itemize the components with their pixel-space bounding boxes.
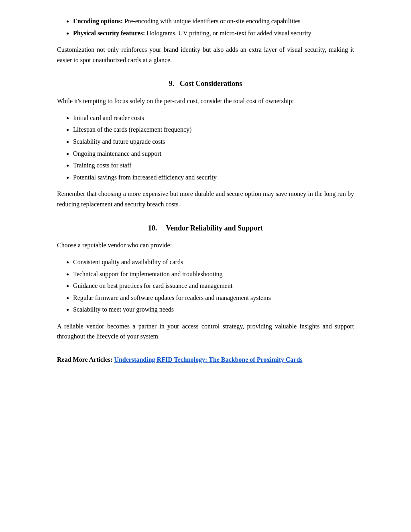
list-item: Potential savings from increased efficie… — [73, 172, 354, 183]
section10-bullet-list: Consistent quality and availability of c… — [73, 257, 354, 315]
encoding-options-value: Pre-encoding with unique identifiers or … — [124, 18, 301, 24]
section9-closing: Remember that choosing a more expensive … — [57, 189, 354, 209]
list-item: Encoding options: Pre-encoding with uniq… — [73, 16, 354, 26]
intro-bullet-list: Encoding options: Pre-encoding with uniq… — [73, 16, 354, 38]
list-item: Initial card and reader costs — [73, 113, 354, 123]
section9-intro: While it's tempting to focus solely on t… — [57, 96, 354, 106]
list-item: Guidance on best practices for card issu… — [73, 281, 354, 291]
section10-intro: Choose a reputable vendor who can provid… — [57, 240, 354, 251]
section10-closing: A reliable vendor becomes a partner in y… — [57, 321, 354, 342]
section10-title: Vendor Reliability and Support — [166, 224, 263, 232]
list-item: Training costs for staff — [73, 160, 354, 171]
physical-security-label: Physical security features: — [73, 30, 145, 37]
list-item: Consistent quality and availability of c… — [73, 257, 354, 267]
customization-paragraph: Customization not only reinforces your b… — [57, 45, 354, 65]
encoding-options-label: Encoding options: — [73, 18, 123, 24]
list-item: Regular firmware and software updates fo… — [73, 293, 354, 303]
section10-number: 10. — [148, 224, 157, 232]
section9-bullet-list: Initial card and reader costs Lifespan o… — [73, 113, 354, 183]
section9-title: Cost Considerations — [180, 79, 242, 88]
list-item: Technical support for implementation and… — [73, 269, 354, 279]
read-more-link[interactable]: Understanding RFID Technology: The Backb… — [114, 356, 302, 363]
list-item: Lifespan of the cards (replacement frequ… — [73, 124, 354, 135]
list-item: Ongoing maintenance and support — [73, 149, 354, 159]
list-item: Scalability and future upgrade costs — [73, 137, 354, 147]
section9-heading: 9. Cost Considerations — [57, 78, 354, 90]
read-more-label: Read More Articles: — [57, 356, 112, 363]
page-content: Encoding options: Pre-encoding with uniq… — [33, 0, 378, 395]
read-more-section: Read More Articles: Understanding RFID T… — [57, 355, 354, 365]
section9-number: 9. — [169, 79, 175, 88]
physical-security-value: Holograms, UV printing, or micro-text fo… — [146, 30, 311, 37]
section10-heading: 10. Vendor Reliability and Support — [57, 222, 354, 234]
list-item: Scalability to meet your growing needs — [73, 304, 354, 315]
list-item: Physical security features: Holograms, U… — [73, 28, 354, 39]
